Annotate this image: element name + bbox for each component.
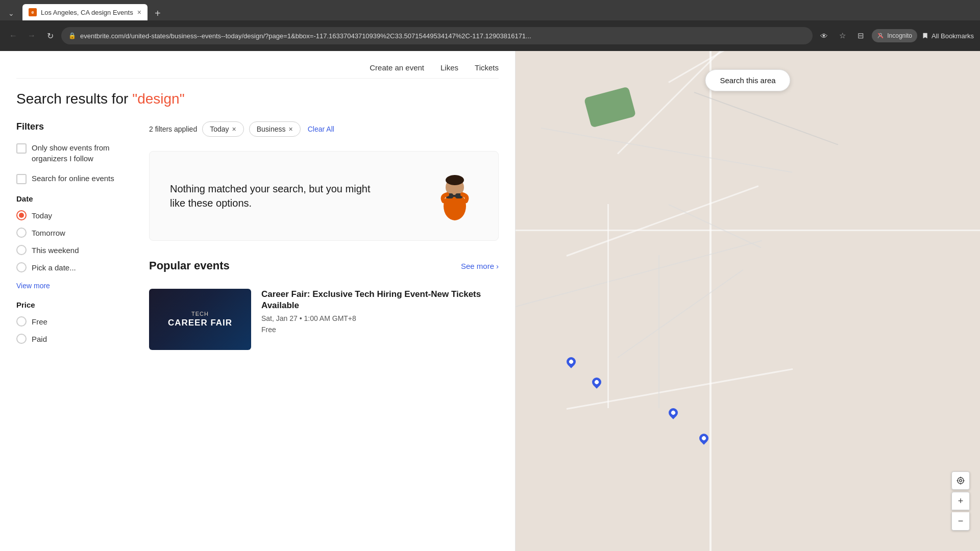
today-radio-inner xyxy=(19,213,24,218)
tab-bar: ⌄ e Los Angeles, CA design Events × + xyxy=(0,0,980,20)
organizer-follow-checkbox[interactable] xyxy=(16,143,27,154)
map-road-v2 xyxy=(607,204,609,408)
bookmarks-button[interactable]: All Bookmarks xyxy=(921,32,974,40)
bookmark-star-icon[interactable]: ☆ xyxy=(835,29,849,43)
popular-events-header: Popular events See more › xyxy=(149,259,499,272)
event-thumbnail-bg: Tech CAREER FAIR xyxy=(149,289,251,350)
price-section: Price Free Paid xyxy=(16,300,129,344)
zoom-out-button[interactable]: − xyxy=(951,512,970,531)
page-top-bar: Create an event Likes Tickets xyxy=(16,63,499,79)
online-events-filter[interactable]: Search for online events xyxy=(16,173,129,184)
main-layout: Create an event Likes Tickets Search res… xyxy=(0,51,980,551)
tab-close-button[interactable]: × xyxy=(137,8,141,16)
map-road-5 xyxy=(669,204,762,248)
tomorrow-radio[interactable] xyxy=(16,228,27,238)
today-chip-remove[interactable]: × xyxy=(232,125,236,133)
nav-right-controls: 👁 ☆ ⊟ Incognito All Bookmarks xyxy=(817,29,974,43)
svg-rect-7 xyxy=(452,195,456,197)
incognito-label: Incognito xyxy=(887,32,912,39)
new-tab-button[interactable]: + xyxy=(150,6,166,20)
pick-date-label: Pick a date... xyxy=(32,263,76,272)
sidebar-icon[interactable]: ⊟ xyxy=(853,29,868,43)
online-events-checkbox[interactable] xyxy=(16,174,27,184)
map-road-4 xyxy=(516,240,762,307)
today-radio[interactable] xyxy=(16,210,27,220)
price-free-radio[interactable] xyxy=(16,316,27,327)
business-chip-remove[interactable]: × xyxy=(289,125,293,133)
price-paid-option[interactable]: Paid xyxy=(16,334,129,344)
applied-filters-row: 2 filters applied Today × Business × Cle… xyxy=(149,121,499,137)
map-pin-3[interactable] xyxy=(667,406,679,419)
event-info: Career Fair: Exclusive Tech Hiring Event… xyxy=(261,289,499,334)
tickets-link[interactable]: Tickets xyxy=(475,63,499,72)
zoom-in-button[interactable]: + xyxy=(951,492,970,510)
view-more-link[interactable]: View more xyxy=(16,282,50,290)
map-pin-1[interactable] xyxy=(565,355,577,368)
address-bar[interactable]: 🔒 eventbrite.com/d/united-states/busines… xyxy=(61,27,813,44)
clear-all-link[interactable]: Clear All xyxy=(308,125,334,133)
location-button[interactable] xyxy=(951,471,970,490)
search-area-button[interactable]: Search this area xyxy=(705,69,790,91)
left-panel: Create an event Likes Tickets Search res… xyxy=(0,51,516,551)
date-pick-option[interactable]: Pick a date... xyxy=(16,262,129,272)
svg-point-8 xyxy=(960,480,962,482)
this-weekend-radio[interactable] xyxy=(16,245,27,255)
pick-date-radio[interactable] xyxy=(16,262,27,272)
event-thumbnail: Tech CAREER FAIR xyxy=(149,289,251,350)
paid-label: Paid xyxy=(32,335,47,343)
organizer-follow-filter[interactable]: Only show events from organizers I follo… xyxy=(16,142,129,164)
nav-bar: ← → ↻ 🔒 eventbrite.com/d/united-states/b… xyxy=(0,20,980,51)
popular-events-section: Popular events See more › Tech CAREER FA… xyxy=(149,259,499,356)
event-thumbnail-line2: CAREER FAIR xyxy=(168,318,232,328)
date-tomorrow-option[interactable]: Tomorrow xyxy=(16,228,129,238)
this-weekend-label: This weekend xyxy=(32,246,79,255)
chevron-right-icon: › xyxy=(496,262,499,270)
likes-link[interactable]: Likes xyxy=(440,63,458,72)
map-background: Search this area + − xyxy=(516,51,980,551)
no-results-illustration xyxy=(432,168,478,224)
map-road-9 xyxy=(694,92,839,145)
business-filter-chip[interactable]: Business × xyxy=(249,121,301,137)
map-pin-2[interactable] xyxy=(590,375,603,388)
browser-chrome: ⌄ e Los Angeles, CA design Events × + ← … xyxy=(0,0,980,51)
eye-slash-icon: 👁 xyxy=(817,29,831,43)
today-filter-chip[interactable]: Today × xyxy=(202,121,244,137)
see-more-link[interactable]: See more › xyxy=(461,262,499,270)
active-tab[interactable]: e Los Angeles, CA design Events × xyxy=(22,4,148,20)
date-section-title: Date xyxy=(16,194,129,203)
tab-title: Los Angeles, CA design Events xyxy=(41,9,133,16)
map-road-3 xyxy=(566,185,758,257)
results-area: 2 filters applied Today × Business × Cle… xyxy=(149,121,499,356)
map-road-v3 xyxy=(658,255,659,408)
back-button[interactable]: ← xyxy=(6,29,20,43)
price-paid-radio[interactable] xyxy=(16,334,27,344)
map-pin-4[interactable] xyxy=(697,432,710,444)
map-road-h1 xyxy=(516,230,980,231)
price-free-option[interactable]: Free xyxy=(16,316,129,327)
date-this-weekend-option[interactable]: This weekend xyxy=(16,245,129,255)
price-section-title: Price xyxy=(16,300,129,309)
create-event-link[interactable]: Create an event xyxy=(370,63,424,72)
tab-scroll-left[interactable]: ⌄ xyxy=(4,6,18,20)
popular-events-title: Popular events xyxy=(149,259,230,272)
filters-panel: Filters Only show events from organizers… xyxy=(16,121,129,356)
map-panel: Search this area + − xyxy=(516,51,980,551)
incognito-badge: Incognito xyxy=(872,29,917,42)
event-title: Career Fair: Exclusive Tech Hiring Event… xyxy=(261,289,499,311)
online-events-label: Search for online events xyxy=(32,173,114,184)
map-controls: + − xyxy=(951,471,970,531)
date-today-option[interactable]: Today xyxy=(16,210,129,220)
free-label: Free xyxy=(32,317,47,326)
search-heading: Search results for "design" xyxy=(16,91,499,107)
organizer-follow-label: Only show events from organizers I follo… xyxy=(32,142,129,164)
map-green-area xyxy=(584,86,636,128)
event-date: Sat, Jan 27 • 1:00 AM GMT+8 xyxy=(261,314,499,322)
filter-count: 2 filters applied xyxy=(149,125,197,133)
tomorrow-label: Tomorrow xyxy=(32,229,65,237)
map-road-6 xyxy=(617,269,743,358)
event-card[interactable]: Tech CAREER FAIR Career Fair: Exclusive … xyxy=(149,283,499,356)
url-text: eventbrite.com/d/united-states/business-… xyxy=(80,32,805,40)
tab-favicon: e xyxy=(29,8,37,16)
refresh-button[interactable]: ↻ xyxy=(43,29,57,43)
forward-button[interactable]: → xyxy=(24,29,39,43)
